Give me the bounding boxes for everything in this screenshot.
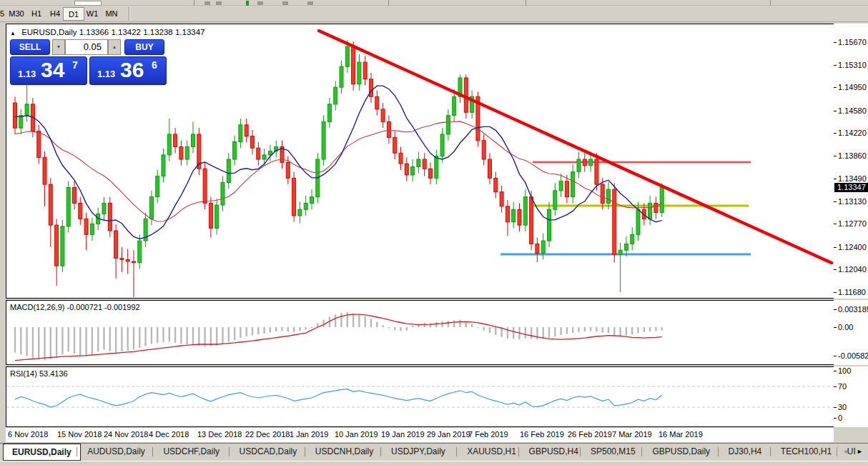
candle-body [257, 148, 260, 159]
rsi-axis-label: 30 [838, 403, 847, 411]
tab-tech100-h1[interactable]: TECH100,H1 [772, 444, 840, 460]
candle-body [192, 134, 195, 147]
tabs-scroll-right-icon[interactable]: ► [857, 448, 863, 455]
date-axis-label: 26 Feb 2019 [568, 430, 612, 439]
tab-usdchf-daily[interactable]: USDCHF,Daily [154, 444, 228, 460]
date-axis-label: 4 Dec 2018 [149, 430, 189, 439]
chart-tab-bar: EURUSD,DailyAUDUSD,DailyUSDCHF,DailyUSDC… [0, 443, 868, 461]
volume-input[interactable]: 0.05 [65, 39, 108, 55]
macd-label: MACD(12,26,9) -0.000721 -0.001992 [10, 303, 140, 311]
candle-body [239, 125, 242, 142]
candle-body [132, 261, 136, 263]
sell-price-button[interactable]: 1.13 34 7 [10, 56, 87, 85]
candle-body [636, 209, 640, 234]
candle-body [512, 209, 516, 222]
price-axis-label: 1.12770 [838, 219, 867, 228]
date-axis-label: 29 Jan 2019 [427, 430, 470, 439]
chart-mode-icon [246, 1, 249, 6]
candle-body [185, 146, 189, 159]
candle-body [589, 159, 593, 166]
tab-eurusd-daily[interactable]: EURUSD,Daily [3, 444, 81, 461]
buy-button[interactable]: BUY [124, 39, 164, 55]
candle-body [268, 151, 272, 155]
tab-gbpusd-h4[interactable]: GBPUSD,H4 [521, 444, 587, 460]
tabs-scroll-left-icon[interactable]: ◄ [842, 448, 849, 455]
candle-body [298, 209, 302, 216]
candle-body [102, 203, 106, 214]
timeframe-button-mn[interactable]: MN [100, 7, 123, 21]
buy-price-big: 36 [120, 58, 144, 82]
candle-body [482, 141, 485, 159]
candle-body [138, 241, 142, 263]
candle-body [488, 159, 492, 178]
macd-axis-label: 0.00 [838, 323, 853, 331]
macd-axis: 0.0031850.00-0.005827 [834, 300, 868, 365]
candle-body [73, 188, 77, 204]
candle-body [19, 116, 23, 129]
tab-usdcnh-daily[interactable]: USDCNH,Daily [307, 444, 382, 460]
tab-gbpusd-daily[interactable]: GBPUSD,Daily [643, 444, 719, 460]
candle-body [126, 259, 129, 261]
candle-body [84, 219, 88, 234]
tab-usdcad-daily[interactable]: USDCAD,Daily [231, 444, 306, 460]
date-axis[interactable]: 6 Nov 201815 Nov 201824 Nov 20184 Dec 20… [6, 428, 834, 442]
candle-body [370, 79, 373, 97]
candle-body [559, 181, 563, 191]
candle-body [203, 169, 207, 203]
candle-body [505, 206, 509, 222]
tab-audusd-daily[interactable]: AUDUSD,Daily [79, 444, 154, 460]
volume-decrease-button[interactable]: ▼ [52, 39, 65, 55]
buy-price-button[interactable]: 1.13 36 6 [89, 56, 167, 85]
price-axis-label: 1.14220 [838, 129, 867, 137]
candle-body [37, 131, 41, 158]
rsi-axis-label: 70 [838, 382, 847, 391]
candle-body [577, 159, 581, 172]
candle-body [327, 104, 331, 122]
price-axis-label: 1.15670 [838, 38, 867, 46]
rsi-canvas[interactable] [6, 367, 834, 426]
price-axis-label: 1.13490 [838, 174, 867, 183]
candle-body [648, 203, 652, 219]
candle-body [523, 197, 527, 225]
candle-body [43, 157, 46, 184]
candle-body [518, 209, 521, 225]
candle-body [595, 159, 598, 184]
candle-body [536, 244, 539, 253]
candle-body [417, 159, 420, 167]
candle-body [174, 134, 177, 147]
candle-body [227, 159, 230, 182]
date-axis-label: 15 Nov 2018 [57, 430, 102, 439]
candle-body [624, 244, 628, 250]
tab-sp500-m15[interactable]: SP500,M15 [582, 444, 644, 460]
sell-price-prefix: 1.13 [18, 69, 36, 79]
candle-body [167, 134, 171, 155]
volume-increase-button[interactable]: ▲ [108, 39, 121, 55]
price-axis-label: 1.12400 [838, 243, 867, 251]
buy-price-prefix: 1.13 [97, 69, 115, 79]
candle-body [583, 159, 586, 166]
date-axis-label: 6 Nov 2018 [8, 430, 48, 439]
candle-body [613, 189, 616, 254]
candle-body [618, 250, 622, 254]
candle-body [292, 178, 296, 216]
candle-body [49, 184, 52, 225]
candle-body [14, 103, 17, 128]
tab-usdjpy-daily[interactable]: USDJPY,Daily [383, 444, 454, 460]
sell-button[interactable]: SELL [10, 39, 50, 55]
candle-body [221, 182, 225, 205]
candle-body [429, 169, 433, 178]
toolbar-separator [129, 7, 130, 21]
candle-body [310, 197, 314, 204]
candle-body [405, 164, 408, 175]
candle-body [79, 203, 82, 219]
tab-xauusd-h1[interactable]: XAUUSD,H1 [458, 444, 525, 460]
timeframe-button-m30[interactable]: M30 [4, 7, 29, 21]
tab-dj30-h4[interactable]: DJ30,H4 [720, 444, 771, 460]
collapse-arrow-icon[interactable]: ▲ [10, 30, 16, 36]
rsi-line [15, 389, 662, 407]
candle-body [565, 181, 568, 197]
price-axis[interactable]: 1.156701.153101.149501.145801.142201.138… [834, 24, 868, 299]
candle-body [149, 197, 153, 219]
date-axis-label: 7 Mar 2019 [612, 430, 652, 439]
candle-body [571, 172, 575, 197]
